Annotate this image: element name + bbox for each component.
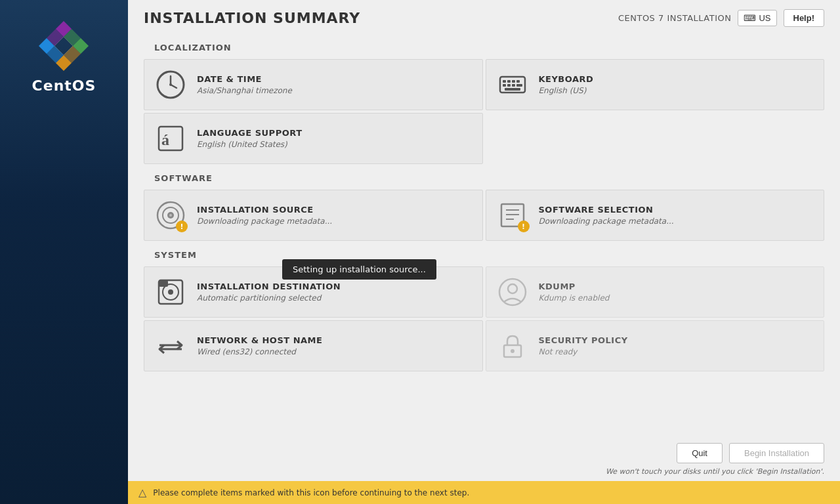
- install-dest-desc: Automatic partitioning selected: [197, 293, 341, 303]
- date-time-label: DATE & TIME: [197, 74, 292, 84]
- kdump-desc: Kdump is enabled: [539, 293, 610, 303]
- network-desc: Wired (ens32) connected: [197, 347, 322, 356]
- localization-grid: DATE & TIME Asia/Shanghai timezone: [144, 59, 824, 164]
- sw-selection-desc: Downloading package metadata...: [539, 217, 674, 226]
- software-section-title: SOFTWARE: [154, 173, 824, 183]
- svg-rect-21: [516, 84, 522, 87]
- security-policy-desc: Not ready: [539, 347, 628, 356]
- footer-area: Quit Begin Installation We won't touch y…: [128, 436, 840, 481]
- main-content: INSTALLATION SUMMARY CENTOS 7 INSTALLATI…: [128, 0, 840, 504]
- help-button[interactable]: Help!: [784, 9, 825, 27]
- install-source-warning-badge: !: [176, 220, 188, 232]
- language-support-desc: English (United States): [197, 140, 303, 149]
- install-source-icon: !: [154, 198, 188, 232]
- svg-rect-17: [516, 80, 520, 83]
- sw-selection-icon: !: [495, 198, 530, 232]
- network-label: NETWORK & HOST NAME: [197, 335, 322, 345]
- language-support-label: LANGUAGE SUPPORT: [197, 128, 303, 138]
- network-icon: [154, 329, 188, 363]
- warning-bar: △ Please complete items marked with this…: [128, 481, 840, 504]
- svg-rect-36: [159, 280, 168, 287]
- install-source-desc: Downloading package metadata...: [197, 217, 332, 226]
- svg-rect-15: [507, 80, 511, 83]
- sw-selection-label: SOFTWARE SELECTION: [539, 205, 674, 215]
- svg-rect-22: [505, 88, 520, 91]
- kdump-text: KDUMP Kdump is enabled: [539, 282, 610, 303]
- network-item[interactable]: NETWORK & HOST NAME Wired (ens32) connec…: [144, 320, 483, 371]
- system-grid: INSTALLATION DESTINATION Automatic parti…: [144, 266, 824, 371]
- keyboard-small-icon: ⌨: [744, 13, 756, 23]
- kdump-label: KDUMP: [539, 282, 610, 291]
- svg-point-42: [511, 349, 514, 353]
- warning-triangle-icon: △: [138, 486, 146, 499]
- centos-logo-icon: [37, 20, 90, 72]
- footer-buttons: Quit Begin Installation: [677, 443, 824, 463]
- svg-rect-20: [512, 84, 515, 87]
- header: INSTALLATION SUMMARY CENTOS 7 INSTALLATI…: [128, 0, 840, 33]
- centos7-label: CENTOS 7 INSTALLATION: [618, 13, 732, 23]
- svg-rect-18: [503, 84, 506, 87]
- keyboard-label: KEYBOARD: [539, 74, 594, 84]
- date-time-desc: Asia/Shanghai timezone: [197, 86, 292, 95]
- svg-point-12: [169, 83, 172, 86]
- date-time-icon: [154, 68, 188, 102]
- svg-rect-19: [507, 84, 511, 87]
- install-source-label: INSTALLATION SOURCE: [197, 205, 332, 215]
- header-right: CENTOS 7 INSTALLATION ⌨ US Help!: [618, 9, 824, 27]
- page-title: INSTALLATION SUMMARY: [144, 10, 360, 26]
- language-button[interactable]: ⌨ US: [738, 10, 776, 26]
- keyboard-text: KEYBOARD English (US): [539, 74, 594, 95]
- sw-selection-text: SOFTWARE SELECTION Downloading package m…: [539, 205, 674, 226]
- footer-note: We won't touch your disks until you clic…: [606, 467, 824, 476]
- svg-point-38: [508, 284, 517, 293]
- install-dest-icon: [154, 275, 188, 309]
- security-policy-icon: [495, 329, 530, 363]
- security-policy-item[interactable]: SECURITY POLICY Not ready: [486, 320, 825, 371]
- security-policy-text: SECURITY POLICY Not ready: [539, 335, 628, 356]
- keyboard-icon: [495, 68, 530, 102]
- software-grid: ! INSTALLATION SOURCE Downloading packag…: [144, 190, 824, 241]
- sw-selection-item[interactable]: ! SOFTWARE SELECTION Downloading package…: [486, 190, 825, 241]
- security-policy-label: SECURITY POLICY: [539, 335, 628, 345]
- language-icon: á: [154, 121, 188, 156]
- begin-installation-button[interactable]: Begin Installation: [729, 443, 824, 463]
- language-support-text: LANGUAGE SUPPORT English (United States): [197, 128, 303, 149]
- quit-button[interactable]: Quit: [677, 443, 723, 463]
- svg-point-28: [169, 214, 172, 217]
- svg-rect-16: [512, 80, 515, 83]
- date-time-text: DATE & TIME Asia/Shanghai timezone: [197, 74, 292, 95]
- svg-point-35: [168, 289, 173, 295]
- install-source-item[interactable]: ! INSTALLATION SOURCE Downloading packag…: [144, 190, 483, 241]
- scroll-area: LOCALIZATION DATE & TIME Asia/Shanghai t…: [128, 33, 840, 436]
- lang-code: US: [759, 13, 770, 23]
- sidebar: CentOS: [0, 0, 128, 504]
- install-dest-label: INSTALLATION DESTINATION: [197, 282, 341, 291]
- date-time-item[interactable]: DATE & TIME Asia/Shanghai timezone: [144, 59, 483, 110]
- install-dest-text: INSTALLATION DESTINATION Automatic parti…: [197, 282, 341, 303]
- keyboard-desc: English (US): [539, 86, 594, 95]
- centos-brand-text: CentOS: [32, 77, 96, 94]
- centos-logo: CentOS: [32, 20, 96, 94]
- keyboard-item[interactable]: KEYBOARD English (US): [486, 59, 825, 110]
- sw-selection-warning-badge: !: [518, 220, 530, 232]
- svg-rect-14: [503, 80, 506, 83]
- language-support-item[interactable]: á LANGUAGE SUPPORT English (United State…: [144, 113, 483, 164]
- svg-point-37: [499, 279, 526, 305]
- kdump-item[interactable]: KDUMP Kdump is enabled: [486, 266, 825, 318]
- system-section-title: SYSTEM: [154, 250, 824, 260]
- warning-bar-text: Please complete items marked with this i…: [153, 488, 469, 497]
- svg-text:á: á: [161, 131, 169, 148]
- kdump-icon: [495, 275, 530, 309]
- tooltip-popup: Setting up installation source...: [282, 259, 436, 280]
- localization-section-title: LOCALIZATION: [154, 43, 824, 52]
- network-text: NETWORK & HOST NAME Wired (ens32) connec…: [197, 335, 322, 356]
- install-source-text: INSTALLATION SOURCE Downloading package …: [197, 205, 332, 226]
